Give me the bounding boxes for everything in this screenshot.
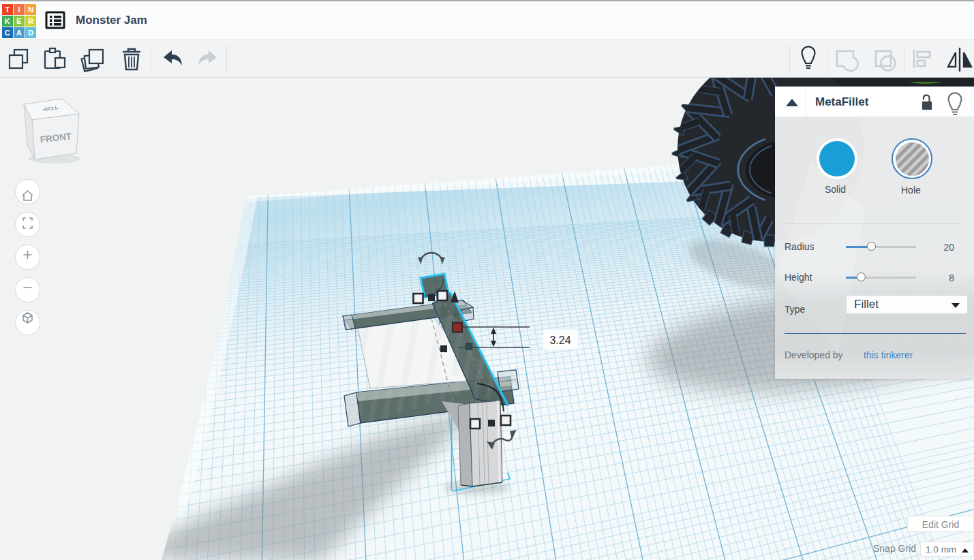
svg-text:3.24: 3.24	[549, 335, 570, 346]
